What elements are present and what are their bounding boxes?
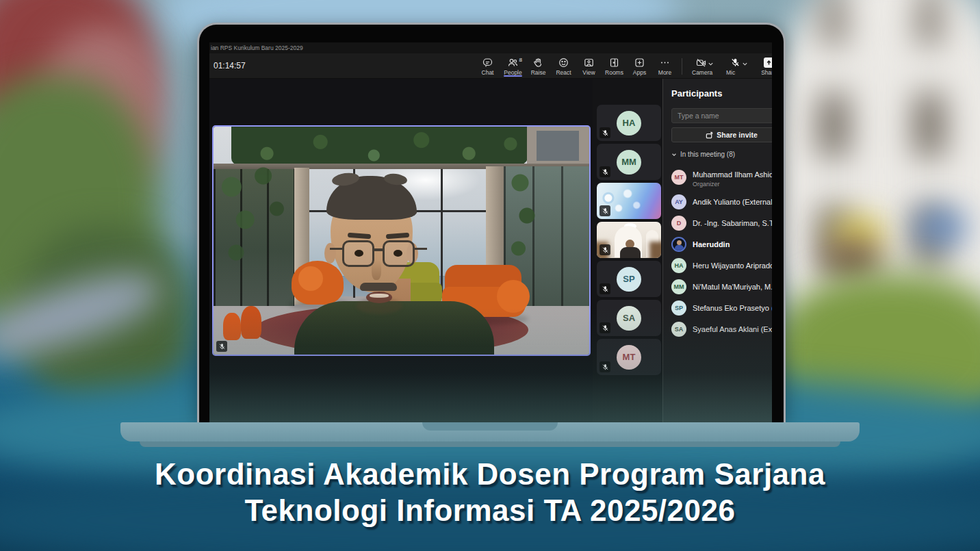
mic-off-badge (599, 361, 610, 372)
participant-row[interactable]: D Dr. -Ing. Sabariman, S.T., M.S (671, 212, 772, 233)
panel-title: Participants (671, 88, 772, 99)
teams-window: ian RPS Kurikulum Baru 2025-2029 01:14:5… (209, 42, 772, 422)
chat-button[interactable]: Chat (475, 55, 500, 76)
participant-row[interactable]: HA Heru Wijayanto Aripradono (I (671, 255, 772, 276)
share-invite-icon (706, 131, 713, 139)
raise-hand-icon (533, 57, 543, 68)
chat-icon (482, 57, 493, 68)
laptop-base (120, 422, 860, 441)
more-button[interactable]: More (652, 55, 678, 76)
people-button[interactable]: 8 People (500, 55, 526, 76)
avatar: D (671, 216, 686, 231)
window-title: ian RPS Kurikulum Baru 2025-2029 (209, 42, 772, 53)
apps-icon (634, 57, 645, 68)
meeting-toolbar: 01:14:57 Chat 8 People Raise (209, 53, 772, 79)
participant-row[interactable]: AY Andik Yulianto (External) (671, 191, 772, 212)
avatar: MM (671, 279, 686, 294)
event-caption: Koordinasi Akademik Dosen Program Sarjan… (0, 456, 980, 528)
rooms-button[interactable]: Rooms (602, 55, 627, 76)
avatar: SA (671, 322, 686, 337)
avatar: SP (671, 300, 686, 316)
avatar: SA (617, 306, 641, 331)
participant-row[interactable]: MT Muhammad Ilham Ashiddiq T Organizer (671, 164, 772, 191)
mic-off-badge (599, 322, 610, 333)
camera-button[interactable]: Camera (688, 55, 722, 76)
active-tab-underline (504, 75, 522, 77)
tile-SP[interactable]: SP (597, 261, 661, 297)
participant-list: MT Muhammad Ilham Ashiddiq T Organizer A… (671, 164, 772, 339)
avatar: HA (617, 111, 641, 136)
more-ellipsis-icon (660, 57, 670, 68)
main-stage (209, 79, 593, 422)
active-speaker-video[interactable] (212, 125, 591, 356)
mic-off-badge (599, 205, 610, 216)
avatar: SP (617, 267, 641, 292)
participant-tile-strip: HA MM (593, 79, 662, 422)
camera-off-icon (696, 57, 706, 68)
react-smiley-icon (558, 57, 569, 68)
participant-row[interactable]: SA Syaeful Anas Aklani (External) (671, 318, 772, 339)
tile-video-abstract[interactable] (597, 183, 661, 219)
tile-video-room[interactable] (597, 222, 661, 258)
participant-row[interactable]: MM Ni'Matul Ma'Muriyah, M.Eng. (671, 276, 772, 297)
people-icon (508, 57, 518, 68)
avatar: HA (671, 258, 686, 273)
mic-off-badge (216, 341, 227, 352)
caption-line-2: Teknologi Informasi TA 2025/2026 (0, 492, 980, 528)
chevron-down-icon[interactable] (742, 61, 748, 67)
in-this-meeting-section[interactable]: In this meeting (8) (671, 151, 772, 158)
laptop-screen: ian RPS Kurikulum Baru 2025-2029 01:14:5… (197, 23, 786, 422)
chevron-down-icon (671, 152, 677, 157)
search-input[interactable] (671, 108, 772, 123)
share-button[interactable]: Share (756, 55, 772, 76)
participant-row[interactable]: SP Stefanus Eko Prasetyo (Unver (671, 297, 772, 318)
mic-off-icon (730, 57, 740, 68)
avatar: MT (671, 170, 686, 185)
tile-HA[interactable]: HA (597, 105, 661, 141)
share-screen-icon (764, 57, 772, 68)
chevron-down-icon[interactable] (708, 61, 714, 67)
tile-MM[interactable]: MM (597, 144, 661, 180)
avatar: AY (671, 194, 686, 209)
share-invite-button[interactable]: Share invite (671, 127, 772, 142)
mic-off-badge (599, 244, 610, 255)
mic-off-badge (599, 166, 610, 177)
avatar-photo (671, 237, 686, 252)
people-count-badge: 8 (519, 57, 522, 63)
caption-line-1: Koordinasi Akademik Dosen Program Sarjan… (0, 456, 980, 492)
meeting-timer: 01:14:57 (214, 61, 246, 71)
virtual-background-lounge (214, 127, 589, 355)
trackpad-notch (422, 422, 558, 431)
toolbar-divider (682, 58, 682, 75)
view-icon (584, 57, 594, 68)
page: ian RPS Kurikulum Baru 2025-2029 01:14:5… (0, 0, 980, 551)
participant-row-self[interactable]: Haeruddin (671, 233, 772, 255)
mic-button[interactable]: Mic (722, 55, 756, 76)
mic-off-badge (599, 127, 610, 138)
tile-MT[interactable]: MT (597, 339, 661, 375)
apps-button[interactable]: Apps (627, 55, 652, 76)
meeting-content: HA MM (209, 79, 772, 422)
mic-off-badge (599, 283, 610, 294)
view-button[interactable]: View (576, 55, 602, 76)
avatar: MM (617, 150, 641, 175)
tile-SA[interactable]: SA (597, 300, 661, 336)
avatar: MT (617, 345, 641, 370)
raise-button[interactable]: Raise (526, 55, 551, 76)
react-button[interactable]: React (551, 55, 576, 76)
participants-panel: Participants Share invite In this meetin… (662, 79, 772, 422)
laptop-base-foot (140, 441, 840, 447)
rooms-icon (609, 57, 619, 68)
